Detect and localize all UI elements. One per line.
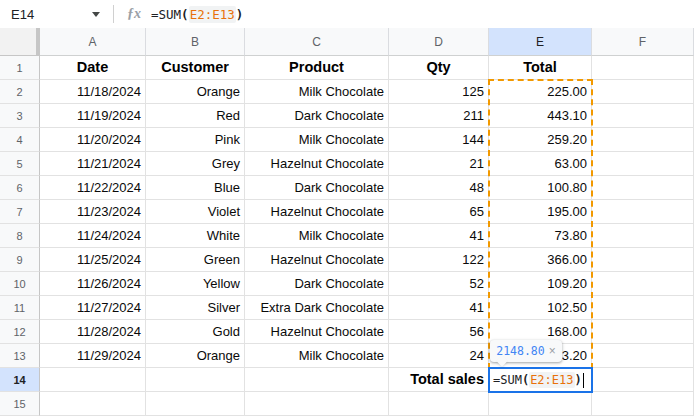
- row-header-6[interactable]: 6: [0, 176, 40, 200]
- cell-B8[interactable]: White: [146, 224, 245, 248]
- cell-F13[interactable]: [592, 344, 694, 368]
- col-header-F[interactable]: F: [592, 28, 694, 56]
- cell-D3[interactable]: 211: [389, 104, 489, 128]
- cell-F9[interactable]: [592, 248, 694, 272]
- cell-C2[interactable]: Milk Chocolate: [245, 80, 389, 104]
- cell-C11[interactable]: Extra Dark Chocolate: [245, 296, 389, 320]
- cell-A14[interactable]: [40, 368, 146, 392]
- cell-A8[interactable]: 11/24/2024: [40, 224, 146, 248]
- cell-B15[interactable]: [146, 392, 245, 416]
- cell-F2[interactable]: [592, 80, 694, 104]
- row-header-10[interactable]: 10: [0, 272, 40, 296]
- cell-D14[interactable]: Total sales: [389, 368, 489, 392]
- cell-D6[interactable]: 48: [389, 176, 489, 200]
- row-header-7[interactable]: 7: [0, 200, 40, 224]
- cell-F4[interactable]: [592, 128, 694, 152]
- cell-D5[interactable]: 21: [389, 152, 489, 176]
- cell-D12[interactable]: 56: [389, 320, 489, 344]
- cell-B9[interactable]: Green: [146, 248, 245, 272]
- chevron-down-icon[interactable]: [92, 12, 100, 17]
- cell-D15[interactable]: [389, 392, 489, 416]
- cell-A11[interactable]: 11/27/2024: [40, 296, 146, 320]
- cell-F11[interactable]: [592, 296, 694, 320]
- col-header-D[interactable]: D: [389, 28, 489, 56]
- cell-E9[interactable]: 366.00: [489, 248, 592, 272]
- cell-A15[interactable]: [40, 392, 146, 416]
- cell-C10[interactable]: Dark Chocolate: [245, 272, 389, 296]
- row-header-12[interactable]: 12: [0, 320, 40, 344]
- row-header-3[interactable]: 3: [0, 104, 40, 128]
- cell-A9[interactable]: 11/25/2024: [40, 248, 146, 272]
- cell-C4[interactable]: Milk Chocolate: [245, 128, 389, 152]
- cell-F5[interactable]: [592, 152, 694, 176]
- cell-E1[interactable]: Total: [489, 56, 592, 80]
- cell-F15[interactable]: [592, 392, 694, 416]
- cell-A3[interactable]: 11/19/2024: [40, 104, 146, 128]
- cell-B4[interactable]: Pink: [146, 128, 245, 152]
- cell-A10[interactable]: 11/26/2024: [40, 272, 146, 296]
- cell-B7[interactable]: Violet: [146, 200, 245, 224]
- row-header-15[interactable]: 15: [0, 392, 40, 416]
- cell-D8[interactable]: 41: [389, 224, 489, 248]
- name-box[interactable]: E14: [0, 0, 104, 28]
- row-header-5[interactable]: 5: [0, 152, 40, 176]
- cell-D13[interactable]: 24: [389, 344, 489, 368]
- cell-C7[interactable]: Hazelnut Chocolate: [245, 200, 389, 224]
- cell-D4[interactable]: 144: [389, 128, 489, 152]
- col-header-E[interactable]: E: [489, 28, 592, 56]
- col-header-B[interactable]: B: [146, 28, 245, 56]
- cell-C14[interactable]: [245, 368, 389, 392]
- col-header-A[interactable]: A: [40, 28, 146, 56]
- cell-B13[interactable]: Orange: [146, 344, 245, 368]
- cell-F14[interactable]: [592, 368, 694, 392]
- cell-A7[interactable]: 11/23/2024: [40, 200, 146, 224]
- cell-A2[interactable]: 11/18/2024: [40, 80, 146, 104]
- formula-input[interactable]: =SUM(E2:E13): [151, 7, 243, 22]
- cell-D7[interactable]: 65: [389, 200, 489, 224]
- row-header-13[interactable]: 13: [0, 344, 40, 368]
- col-header-C[interactable]: C: [245, 28, 389, 56]
- cell-B5[interactable]: Grey: [146, 152, 245, 176]
- cell-B1[interactable]: Customer: [146, 56, 245, 80]
- cell-B11[interactable]: Silver: [146, 296, 245, 320]
- row-header-9[interactable]: 9: [0, 248, 40, 272]
- cell-A1[interactable]: Date: [40, 56, 146, 80]
- cell-A13[interactable]: 11/29/2024: [40, 344, 146, 368]
- cell-B14[interactable]: [146, 368, 245, 392]
- cell-E6[interactable]: 100.80: [489, 176, 592, 200]
- cell-C3[interactable]: Dark Chocolate: [245, 104, 389, 128]
- close-icon[interactable]: ×: [549, 345, 556, 357]
- cell-D2[interactable]: 125: [389, 80, 489, 104]
- cell-F6[interactable]: [592, 176, 694, 200]
- cell-F7[interactable]: [592, 200, 694, 224]
- cell-C12[interactable]: Hazelnut Chocolate: [245, 320, 389, 344]
- cell-E7[interactable]: 195.00: [489, 200, 592, 224]
- cell-C1[interactable]: Product: [245, 56, 389, 80]
- select-all-corner[interactable]: [0, 28, 40, 56]
- row-header-2[interactable]: 2: [0, 80, 40, 104]
- cell-F12[interactable]: [592, 320, 694, 344]
- cell-C8[interactable]: Milk Chocolate: [245, 224, 389, 248]
- cell-E5[interactable]: 63.00: [489, 152, 592, 176]
- cell-C9[interactable]: Hazelnut Chocolate: [245, 248, 389, 272]
- cell-A5[interactable]: 11/21/2024: [40, 152, 146, 176]
- cell-B10[interactable]: Yellow: [146, 272, 245, 296]
- cell-D9[interactable]: 122: [389, 248, 489, 272]
- active-cell-E14[interactable]: =SUM(E2:E13): [488, 367, 593, 393]
- cell-E4[interactable]: 259.20: [489, 128, 592, 152]
- cell-E3[interactable]: 443.10: [489, 104, 592, 128]
- cell-C5[interactable]: Hazelnut Chocolate: [245, 152, 389, 176]
- row-header-4[interactable]: 4: [0, 128, 40, 152]
- cell-F3[interactable]: [592, 104, 694, 128]
- cell-B12[interactable]: Gold: [146, 320, 245, 344]
- row-header-8[interactable]: 8: [0, 224, 40, 248]
- row-header-11[interactable]: 11: [0, 296, 40, 320]
- cell-F10[interactable]: [592, 272, 694, 296]
- cell-C15[interactable]: [245, 392, 389, 416]
- cell-E10[interactable]: 109.20: [489, 272, 592, 296]
- cell-D11[interactable]: 41: [389, 296, 489, 320]
- cell-D10[interactable]: 52: [389, 272, 489, 296]
- row-header-14[interactable]: 14: [0, 368, 40, 392]
- cell-A6[interactable]: 11/22/2024: [40, 176, 146, 200]
- cell-A12[interactable]: 11/28/2024: [40, 320, 146, 344]
